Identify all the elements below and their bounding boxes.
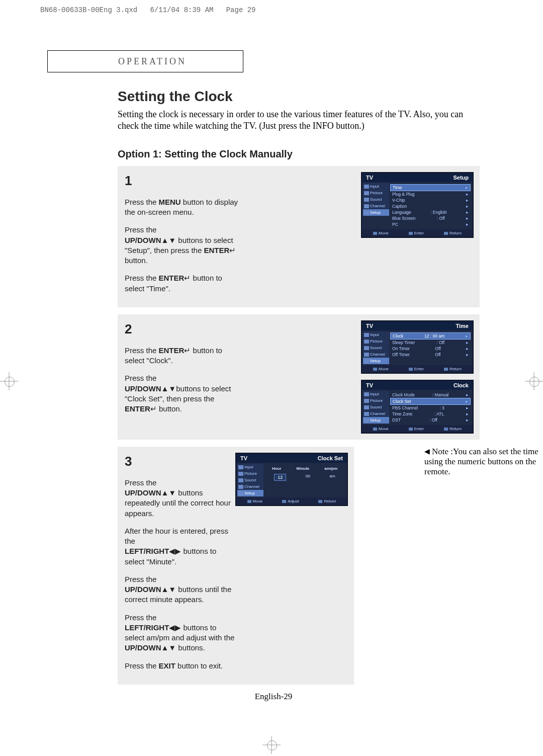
step-3-para-5: Press the EXIT button to exit. xyxy=(125,661,235,671)
page-number: English-29 xyxy=(47,692,500,702)
section-tab-label: OPERATION xyxy=(118,56,187,67)
up-down-icon: ▲▼ xyxy=(161,585,176,594)
side-note: ◀Note :You can also set the time using t… xyxy=(424,447,543,477)
print-file-name: BN68-00633B-00Eng 3.qxd xyxy=(40,6,137,14)
enter-icon: ↵ xyxy=(229,246,236,255)
intro-paragraph: Setting the clock is necessary in order … xyxy=(118,109,470,132)
page-title: Setting the Clock xyxy=(118,89,500,105)
step-2-number: 2 xyxy=(125,320,240,338)
tv-sidebar: Input Picture Sound Channel Setup xyxy=(363,183,389,228)
picture-icon xyxy=(364,191,369,195)
up-down-icon: ▲▼ xyxy=(161,384,176,393)
tv-screenshot-setup: TVSetup Input Picture Sound Channel Setu… xyxy=(361,172,474,238)
step-2-para-2: Press the UP/DOWN▲▼buttons to select "Cl… xyxy=(125,373,240,414)
option-heading: Option 1: Setting the Clock Manually xyxy=(118,148,500,160)
enter-icon: ↵ xyxy=(184,346,191,355)
tv-menu-list: Time▸ Plug & Plug▸ V-Chip▸ Caption▸ Lang… xyxy=(389,183,472,228)
pointer-left-icon: ◀ xyxy=(424,448,430,455)
channel-icon xyxy=(364,204,369,208)
tv-header-left: TV xyxy=(366,175,373,181)
step-1-para-2: Press the UP/DOWN▲▼ buttons to select "S… xyxy=(125,225,240,266)
registration-mark-left xyxy=(0,372,18,390)
tv-screenshot-clock-set: TVClock Set Input Picture Sound Channel … xyxy=(235,453,348,506)
print-date: 6/11/04 8:39 AM xyxy=(150,6,213,14)
left-right-icon: ◀▶ xyxy=(169,623,181,632)
print-header: BN68-00633B-00Eng 3.qxd 6/11/04 8:39 AM … xyxy=(40,6,256,14)
tv-header-right: Setup xyxy=(453,175,469,181)
step-1-para-1: Press the MENU button to display the on-… xyxy=(125,197,240,218)
enter-icon: ↵ xyxy=(184,274,191,282)
step-1-number: 1 xyxy=(125,172,240,190)
step-1-para-3: Press the ENTER↵ button to select "Time"… xyxy=(125,273,240,294)
clock-set-headers: Hour Minute am/pm xyxy=(264,465,345,472)
step-3-para-4: Press the LEFT/RIGHT◀▶ buttons to select… xyxy=(125,613,235,653)
section-tab: OPERATION xyxy=(47,50,243,72)
step-2-box: 2 Press the ENTER↵ button to select "Clo… xyxy=(118,314,480,440)
manual-page: BN68-00633B-00Eng 3.qxd 6/11/04 8:39 AM … xyxy=(0,0,543,756)
step-3-box: 3 Press the UP/DOWN▲▼ buttons repeatedly… xyxy=(118,447,354,685)
step-2-para-1: Press the ENTER↵ button to select "Clock… xyxy=(125,346,240,366)
enter-icon: ↵ xyxy=(150,404,157,413)
step-3-number: 3 xyxy=(125,453,235,470)
step-3-wrap: 3 Press the UP/DOWN▲▼ buttons repeatedly… xyxy=(118,447,480,685)
chevron-right-icon: ▸ xyxy=(466,185,468,190)
setup-icon xyxy=(364,211,369,215)
step-3-para-1: Press the UP/DOWN▲▼ buttons repeatedly u… xyxy=(125,478,235,519)
registration-mark-bottom xyxy=(262,736,281,754)
clock-set-values: 12 00 am xyxy=(264,472,345,482)
left-right-icon: ◀▶ xyxy=(169,547,181,555)
print-page-label: Page 29 xyxy=(226,6,256,14)
up-down-icon: ▲▼ xyxy=(161,236,176,244)
step-1-box: 1 Press the MENU button to display the o… xyxy=(118,166,480,307)
up-down-icon: ▲▼ xyxy=(161,488,176,497)
side-note-text: Note :You can also set the time using th… xyxy=(424,447,538,476)
registration-mark-right xyxy=(525,372,543,390)
tv-footer: MoveEnterReturn xyxy=(362,229,473,237)
step-3-para-3: Press the UP/DOWN▲▼ buttons until the co… xyxy=(125,574,235,605)
input-icon xyxy=(364,185,369,189)
tv-screenshot-clock: TVClock Input Picture Sound Channel Setu… xyxy=(361,380,474,434)
step-3-para-2: After the hour is entered, press the LEF… xyxy=(125,526,235,567)
up-down-icon: ▲▼ xyxy=(161,643,176,652)
sound-icon xyxy=(364,198,369,202)
tv-screenshot-time: TVTime Input Picture Sound Channel Setup… xyxy=(361,320,474,374)
